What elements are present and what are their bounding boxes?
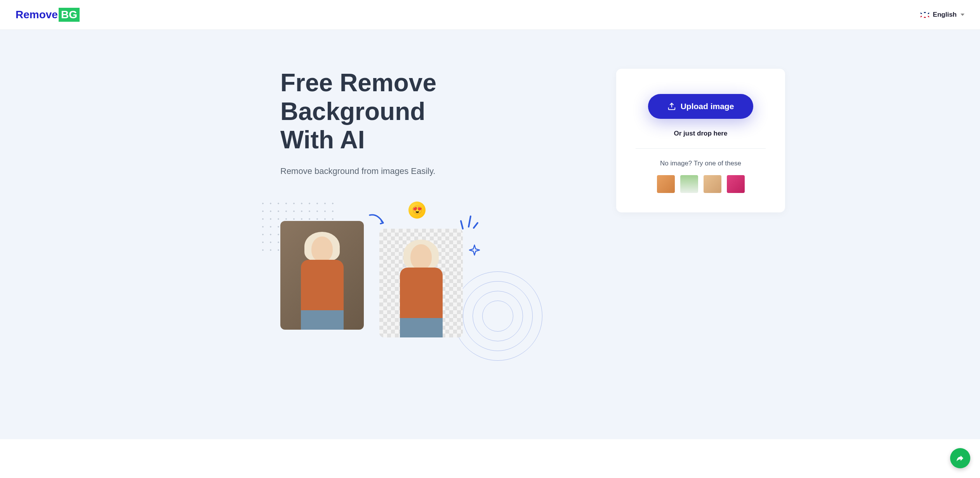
hero-subtitle: Remove background from images Easily. bbox=[280, 166, 467, 176]
logo-text-bg: BG bbox=[59, 8, 80, 22]
upload-icon bbox=[667, 102, 676, 111]
heart-eyes-emoji-icon: 😍 bbox=[408, 202, 426, 219]
hero-section: Free Remove Background With AI Remove ba… bbox=[195, 69, 467, 337]
sample-image-plant[interactable] bbox=[680, 175, 698, 193]
upload-button-label: Upload image bbox=[681, 102, 734, 111]
chevron-down-icon bbox=[961, 14, 964, 16]
sparkle-lines-icon bbox=[459, 213, 478, 233]
image-demo: 😍 bbox=[280, 200, 467, 337]
drop-here-text: Or just drop here bbox=[636, 130, 766, 137]
share-icon bbox=[956, 454, 965, 463]
demo-image-after bbox=[379, 229, 463, 337]
svg-line-1 bbox=[469, 216, 471, 227]
circles-decoration bbox=[459, 277, 537, 355]
upload-image-button[interactable]: Upload image bbox=[648, 94, 754, 119]
svg-line-0 bbox=[461, 221, 463, 229]
upload-card: Upload image Or just drop here No image?… bbox=[616, 69, 785, 212]
header: Remove BG English bbox=[0, 0, 980, 30]
main-content: Free Remove Background With AI Remove ba… bbox=[179, 30, 801, 337]
hero-title: Free Remove Background With AI bbox=[280, 69, 467, 155]
sample-image-dog[interactable] bbox=[704, 175, 721, 193]
divider bbox=[636, 148, 766, 149]
logo[interactable]: Remove BG bbox=[16, 8, 80, 22]
no-image-text: No image? Try one of these bbox=[636, 160, 766, 167]
sample-images-row bbox=[636, 175, 766, 193]
sample-image-cat[interactable] bbox=[657, 175, 675, 193]
arrow-icon bbox=[368, 211, 387, 231]
svg-line-2 bbox=[474, 223, 478, 228]
language-selector[interactable]: English bbox=[921, 11, 964, 19]
bottom-panel bbox=[0, 439, 980, 478]
language-label: English bbox=[933, 11, 957, 19]
share-fab-button[interactable] bbox=[950, 448, 970, 468]
demo-image-before bbox=[280, 221, 364, 330]
logo-text-remove: Remove bbox=[16, 9, 58, 21]
uk-flag-icon bbox=[921, 12, 929, 18]
sample-image-girl[interactable] bbox=[727, 175, 745, 193]
sparkle-star-icon bbox=[469, 244, 480, 256]
